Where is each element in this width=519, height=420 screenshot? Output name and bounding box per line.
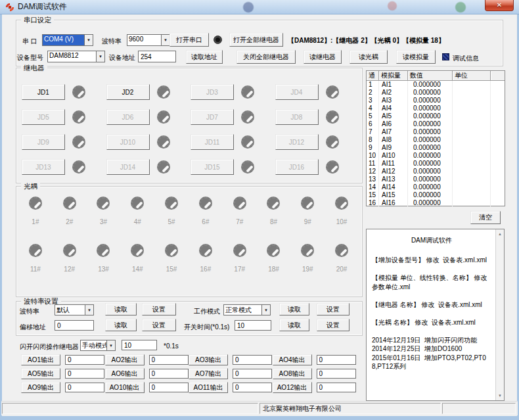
device-address-input[interactable] <box>138 51 176 62</box>
col-analog[interactable]: 模拟量 <box>379 71 408 81</box>
baud-read-button[interactable]: 读取 <box>105 303 137 315</box>
table-row[interactable]: 9 AI9 0.000000 <box>367 144 505 152</box>
switchtime-set-button[interactable]: 设置 <box>317 319 350 331</box>
baud-default-combo[interactable]: 默认 ▼ <box>55 304 94 315</box>
read-analog-button[interactable]: 读模拟量 <box>396 50 436 64</box>
log-content[interactable]: DAM调试软件 【增加设备型号】 修改 设备表.xml.xml 【模拟量 单位、… <box>367 229 495 400</box>
relay-button[interactable]: JD3 <box>191 84 234 100</box>
ao-output-input[interactable] <box>317 383 356 392</box>
relay-button[interactable]: JD16 <box>275 159 319 175</box>
device-model-combo[interactable]: DAM8812 ▼ <box>47 51 105 62</box>
ao-output-input[interactable] <box>149 383 189 392</box>
ao-output-input[interactable] <box>317 355 356 365</box>
table-row[interactable]: 7 AI7 0.000000 <box>367 128 505 136</box>
scroll-down-icon[interactable]: ▼ <box>496 392 504 400</box>
relay-button[interactable]: JD10 <box>106 134 150 150</box>
relay-button[interactable]: JD12 <box>275 134 319 150</box>
ao-output-button[interactable]: AO1输出 <box>21 354 60 365</box>
close-button[interactable]: ✕ <box>485 0 514 11</box>
ao-output-button[interactable]: AO6输出 <box>105 368 145 379</box>
ao-output-input[interactable] <box>65 383 104 392</box>
open-port-button[interactable]: 打开串口 <box>169 33 209 47</box>
port-status-indicator[interactable] <box>214 35 222 44</box>
col-unit[interactable]: 单位 <box>453 71 491 81</box>
ao-output-input[interactable] <box>233 355 272 365</box>
work-mode-combo[interactable]: 正常模式 ▼ <box>223 304 271 315</box>
relay-button[interactable]: JD11 <box>191 134 234 150</box>
ao-output-input[interactable] <box>317 369 356 379</box>
table-row[interactable]: 11 AI11 0.000000 <box>367 160 505 168</box>
table-row[interactable]: 13 AI13 0.000000 <box>367 175 505 183</box>
table-row[interactable]: 4 AI4 0.000000 <box>367 105 505 112</box>
offset-set-button[interactable]: 设置 <box>142 319 176 331</box>
relay-button[interactable]: JD15 <box>191 159 234 175</box>
offset-read-button[interactable]: 读取 <box>105 319 137 331</box>
ao-output-button[interactable]: AO11输出 <box>189 382 228 393</box>
ao-output-button[interactable]: AO10输出 <box>105 382 145 393</box>
table-row[interactable]: 15 AI15 0.000000 <box>367 191 505 199</box>
switchtime-read-button[interactable]: 读取 <box>279 319 309 331</box>
table-row[interactable]: 14 AI14 0.000000 <box>367 183 505 191</box>
switch-time-input[interactable] <box>235 320 271 331</box>
table-row[interactable]: 16 AI16 0.000000 <box>367 199 505 206</box>
read-relay-button[interactable]: 读继电器 <box>304 50 342 64</box>
relay-button[interactable]: JD5 <box>22 109 65 125</box>
chevron-down-icon[interactable]: ▼ <box>85 305 93 315</box>
table-row[interactable]: 10 AI10 0.000000 <box>367 152 505 160</box>
table-row[interactable]: 1 AI1 0.000000 <box>367 81 505 89</box>
ao-output-button[interactable]: AO8输出 <box>273 368 312 379</box>
workmode-set-button[interactable]: 设置 <box>317 303 350 315</box>
table-row[interactable]: 12 AI12 0.000000 <box>367 168 505 175</box>
scroll-up-icon[interactable]: ▲ <box>496 230 504 238</box>
table-row[interactable]: 8 AI8 0.000000 <box>367 136 505 144</box>
ao-output-button[interactable]: AO3输出 <box>189 354 228 365</box>
chevron-down-icon[interactable]: ▼ <box>161 35 169 45</box>
debug-info-icon[interactable] <box>442 53 449 60</box>
ao-output-input[interactable] <box>149 369 189 379</box>
ao-output-input[interactable] <box>65 355 104 365</box>
ao-output-button[interactable]: AO9输出 <box>21 382 60 393</box>
table-row[interactable]: 6 AI6 0.000000 <box>367 120 505 128</box>
flash-mode-combo[interactable]: 手动模式 ▼ <box>80 340 116 351</box>
titlebar[interactable]: DAM调试软件 ✕ <box>0 0 519 14</box>
read-opto-button[interactable]: 读光耦 <box>350 50 388 64</box>
read-address-button[interactable]: 读取地址 <box>186 50 223 64</box>
baud-combo[interactable]: 9600 ▼ <box>127 34 170 46</box>
close-all-relays-button[interactable]: 关闭全部继电器 <box>237 50 296 64</box>
ao-output-input[interactable] <box>233 383 272 392</box>
relay-button[interactable]: JD2 <box>106 84 150 100</box>
baud-set-button[interactable]: 设置 <box>142 303 176 315</box>
relay-button[interactable]: JD6 <box>106 109 150 125</box>
relay-button[interactable]: JD1 <box>22 84 65 100</box>
table-row[interactable]: 5 AI5 0.000000 <box>367 112 505 120</box>
relay-button[interactable]: JD8 <box>275 109 319 125</box>
chevron-down-icon[interactable]: ▼ <box>96 51 104 62</box>
relay-button[interactable]: JD4 <box>275 84 319 100</box>
col-channel[interactable]: 通 <box>367 71 379 81</box>
offset-address-input[interactable] <box>55 320 94 331</box>
ao-output-input[interactable] <box>233 369 272 379</box>
port-combo[interactable]: COM4 (V) ▼ <box>42 34 93 46</box>
relay-button[interactable]: JD14 <box>106 159 150 175</box>
vertical-scrollbar[interactable]: ▲ ▼ <box>495 229 504 400</box>
chevron-down-icon[interactable]: ▼ <box>261 305 270 315</box>
table-row[interactable]: 2 AI2 0.000000 <box>367 89 505 97</box>
ao-output-button[interactable]: AO12输出 <box>273 382 312 393</box>
ao-output-button[interactable]: AO7输出 <box>189 368 228 379</box>
relay-button[interactable]: JD7 <box>191 109 234 125</box>
ao-output-button[interactable]: AO2输出 <box>105 354 145 365</box>
chevron-down-icon[interactable]: ▼ <box>84 35 93 45</box>
table-row[interactable]: 3 AI3 0.000000 <box>367 97 505 105</box>
relay-button[interactable]: JD13 <box>22 159 65 175</box>
ao-output-input[interactable] <box>149 355 189 365</box>
col-value[interactable]: 数值 <box>408 71 453 81</box>
workmode-read-button[interactable]: 读取 <box>279 303 309 315</box>
chevron-down-icon[interactable]: ▼ <box>106 340 115 350</box>
clear-button[interactable]: 清空 <box>470 211 501 224</box>
ao-output-button[interactable]: AO5输出 <box>21 368 60 379</box>
flash-time-input[interactable] <box>122 340 157 350</box>
ao-output-button[interactable]: AO4输出 <box>273 354 312 365</box>
relay-button[interactable]: JD9 <box>22 134 65 150</box>
open-all-relays-button[interactable]: 打开全部继电器 <box>229 33 283 47</box>
ao-output-input[interactable] <box>65 369 104 379</box>
